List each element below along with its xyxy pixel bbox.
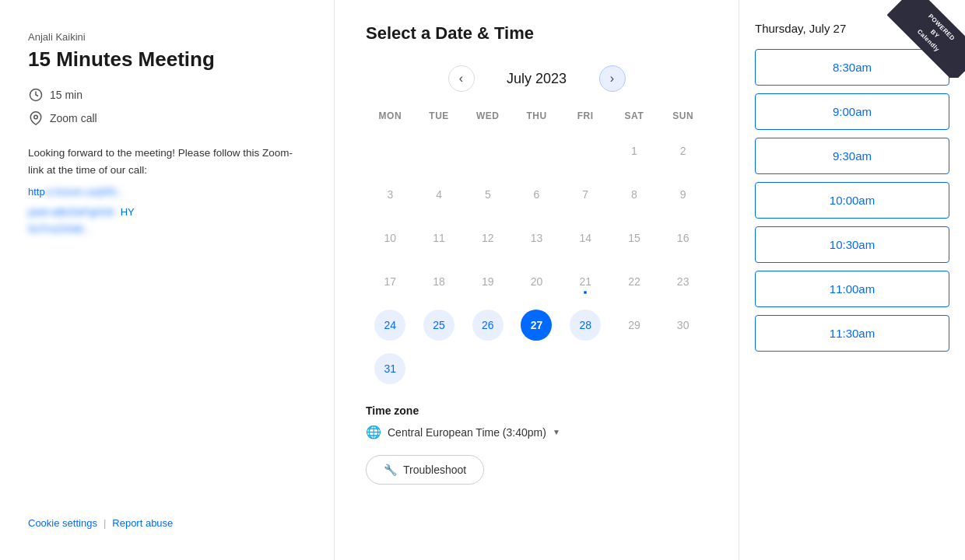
day-cell-10: 10 <box>366 218 415 258</box>
host-name: Anjali Kaikini <box>28 31 306 43</box>
report-abuse-link[interactable]: Report abuse <box>112 517 173 529</box>
weekday-fri: FRI <box>561 107 610 124</box>
day-button-16: 16 <box>668 222 699 254</box>
wrench-icon: 🔧 <box>384 464 397 476</box>
day-cell-25: 25 <box>415 305 464 345</box>
day-cell-6: 6 <box>512 174 561 215</box>
day-button-23: 23 <box>668 266 699 297</box>
day-cell-13: 13 <box>512 218 561 258</box>
calendar-week-4: 17 18 19 20 21 22 23 <box>366 261 707 302</box>
day-empty <box>463 131 512 171</box>
day-cell-14: 14 <box>561 218 610 258</box>
day-cell-22: 22 <box>610 261 659 302</box>
day-cell-8: 8 <box>610 174 659 215</box>
time-slot-1030am[interactable]: 10:30am <box>755 226 949 263</box>
day-button-15: 15 <box>619 222 650 254</box>
day-cell-16: 16 <box>658 218 707 258</box>
right-panel: Thursday, July 27 8:30am 9:00am 9:30am 1… <box>739 0 965 560</box>
day-empty <box>415 131 464 171</box>
select-title: Select a Date & Time <box>366 23 707 44</box>
timezone-section: Time zone 🌐 Central European Time (3:40p… <box>366 404 707 439</box>
day-cell-2: 2 <box>658 131 707 171</box>
day-cell-27: 27 <box>512 305 561 345</box>
day-cell-24: 24 <box>366 305 415 345</box>
duration-row: 15 min <box>28 87 306 103</box>
day-button-24[interactable]: 24 <box>374 310 405 341</box>
day-button-13: 13 <box>521 222 552 254</box>
day-button-28[interactable]: 28 <box>570 310 601 341</box>
day-empty <box>512 131 561 171</box>
location-text: Zoom call <box>50 112 97 124</box>
day-empty <box>366 131 415 171</box>
timezone-value: Central European Time (3:40pm) <box>388 426 546 439</box>
timezone-selector[interactable]: 🌐 Central European Time (3:40pm) ▼ <box>366 425 707 439</box>
time-slot-1130am[interactable]: 11:30am <box>755 315 949 352</box>
day-empty <box>658 348 707 389</box>
cookie-settings-link[interactable]: Cookie settings <box>28 517 97 529</box>
weekday-sun: SUN <box>658 107 707 124</box>
day-button-8: 8 <box>619 179 650 210</box>
day-button-5: 5 <box>472 179 504 210</box>
day-button-29: 29 <box>619 310 650 341</box>
next-month-button[interactable]: › <box>599 65 626 92</box>
day-cell-4: 4 <box>415 174 464 215</box>
svg-point-1 <box>34 115 38 119</box>
left-panel: Anjali Kaikini 15 Minutes Meeting 15 min… <box>0 0 335 560</box>
globe-icon: 🌐 <box>366 425 381 439</box>
footer-links: Cookie settings | Report abuse <box>28 517 306 529</box>
day-empty <box>512 348 561 389</box>
calendar-header: MON TUE WED THU FRI SAT SUN <box>366 107 707 124</box>
day-button-17: 17 <box>374 266 405 297</box>
day-button-26[interactable]: 26 <box>472 310 504 341</box>
day-cell-3: 3 <box>366 174 415 215</box>
weekday-mon: MON <box>366 107 415 124</box>
day-button-14: 14 <box>570 222 601 254</box>
day-button-2: 2 <box>668 135 699 166</box>
zoom-pwd: pwd=aBcDeFgHiJk <box>28 206 114 218</box>
day-button-31[interactable]: 31 <box>374 353 405 384</box>
calendar-nav: ‹ July 2023 › <box>366 65 707 92</box>
prev-month-button[interactable]: ‹ <box>448 65 475 92</box>
troubleshoot-button[interactable]: 🔧 Troubleshoot <box>366 455 484 485</box>
day-cell-19: 19 <box>463 261 512 302</box>
calendar-week-1: 1 2 <box>366 131 707 171</box>
day-cell-20: 20 <box>512 261 561 302</box>
weekday-tue: TUE <box>415 107 464 124</box>
day-empty <box>610 348 659 389</box>
day-cell-18: 18 <box>415 261 464 302</box>
selected-date-label: Thursday, July 27 <box>755 16 949 35</box>
day-empty <box>463 348 512 389</box>
current-month: July 2023 <box>490 71 584 87</box>
calendar-week-6: 31 <box>366 348 707 389</box>
calendar-week-5: 24 25 26 27 28 29 30 <box>366 305 707 345</box>
day-button-6: 6 <box>521 179 552 210</box>
day-cell-21: 21 <box>561 261 610 302</box>
day-cell-30: 30 <box>658 305 707 345</box>
day-button-25[interactable]: 25 <box>423 310 454 341</box>
day-button-1: 1 <box>619 135 650 166</box>
day-cell-17: 17 <box>366 261 415 302</box>
meeting-title: 15 Minutes Meeting <box>28 47 306 72</box>
time-slot-930am[interactable]: 9:30am <box>755 138 949 174</box>
day-cell-23: 23 <box>658 261 707 302</box>
zoom-link[interactable]: https://zoom.us/j/93... <box>28 184 306 201</box>
day-button-27[interactable]: 27 <box>521 310 552 341</box>
day-cell-11: 11 <box>415 218 464 258</box>
day-button-9: 9 <box>668 179 699 210</box>
calendar-week-2: 3 4 5 6 7 8 9 <box>366 174 707 215</box>
time-slot-1100am[interactable]: 11:00am <box>755 271 949 307</box>
calendar-week-3: 10 11 12 13 14 15 16 <box>366 218 707 258</box>
day-button-20: 20 <box>521 266 552 297</box>
day-cell-28: 28 <box>561 305 610 345</box>
time-slot-900am[interactable]: 9:00am <box>755 93 949 130</box>
weekday-thu: THU <box>512 107 561 124</box>
timezone-arrow-icon: ▼ <box>553 428 560 436</box>
day-cell-12: 12 <box>463 218 512 258</box>
day-empty <box>561 348 610 389</box>
location-icon <box>28 110 44 126</box>
time-slot-1000am[interactable]: 10:00am <box>755 182 949 219</box>
day-cell-1: 1 <box>610 131 659 171</box>
day-button-19: 19 <box>472 266 504 297</box>
time-slot-830am[interactable]: 8:30am <box>755 49 949 86</box>
day-empty <box>561 131 610 171</box>
